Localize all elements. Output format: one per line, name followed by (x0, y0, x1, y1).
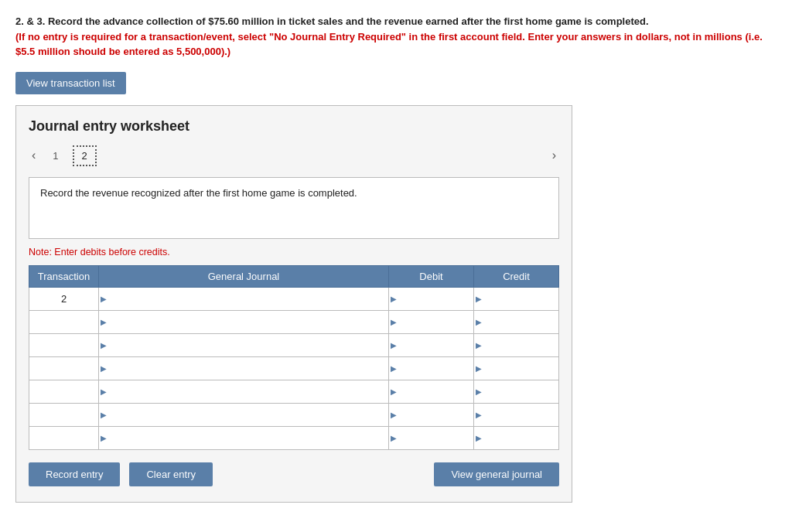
debit-cell[interactable] (389, 426, 474, 449)
credit-cell[interactable] (474, 356, 559, 380)
view-transaction-button[interactable]: View transaction list (15, 72, 126, 94)
worksheet-container: Journal entry worksheet ‹ 1 2 › Record t… (15, 105, 572, 503)
debit-cell[interactable] (389, 380, 474, 403)
transaction-description: Record the revenue recognized after the … (29, 177, 559, 239)
instruction-line2: (If no entry is required for a transacti… (15, 31, 763, 58)
transaction-cell[interactable] (29, 403, 99, 426)
tab-arrow-right[interactable]: › (549, 147, 559, 164)
worksheet-title: Journal entry worksheet (29, 118, 559, 135)
journal-cell[interactable] (99, 333, 389, 356)
debit-cell[interactable] (389, 310, 474, 333)
record-entry-button[interactable]: Record entry (29, 462, 120, 486)
credit-cell[interactable] (474, 333, 559, 356)
debit-cell[interactable] (389, 287, 474, 310)
tab-2[interactable]: 2 (73, 145, 97, 166)
journal-cell[interactable] (99, 287, 389, 310)
debit-credit-note: Note: Enter debits before credits. (29, 247, 559, 257)
transaction-cell[interactable] (29, 310, 99, 333)
transaction-cell[interactable] (29, 356, 99, 380)
col-transaction: Transaction (29, 265, 99, 287)
credit-cell[interactable] (474, 426, 559, 449)
tab-arrow-left[interactable]: ‹ (29, 147, 39, 164)
tab-navigation: ‹ 1 2 › (29, 145, 559, 166)
credit-cell[interactable] (474, 310, 559, 333)
instructions: 2. & 3. Record the advance collection of… (15, 14, 773, 60)
debit-cell[interactable] (389, 403, 474, 426)
table-row (29, 426, 559, 449)
journal-cell[interactable] (99, 380, 389, 403)
journal-table: Transaction General Journal Debit Credit… (29, 265, 559, 450)
table-row (29, 356, 559, 380)
table-row: 2 (29, 287, 559, 310)
transaction-cell[interactable] (29, 333, 99, 356)
view-general-journal-button[interactable]: View general journal (434, 462, 559, 486)
table-row (29, 333, 559, 356)
transaction-cell[interactable] (29, 380, 99, 403)
action-buttons-row: Record entry Clear entry View general jo… (29, 462, 559, 486)
debit-cell[interactable] (389, 333, 474, 356)
table-row (29, 403, 559, 426)
journal-cell[interactable] (99, 310, 389, 333)
col-general-journal: General Journal (99, 265, 389, 287)
instruction-line1: 2. & 3. Record the advance collection of… (15, 15, 649, 27)
credit-cell[interactable] (474, 403, 559, 426)
credit-cell[interactable] (474, 380, 559, 403)
table-row (29, 380, 559, 403)
journal-cell[interactable] (99, 403, 389, 426)
journal-cell[interactable] (99, 356, 389, 380)
tab-1[interactable]: 1 (45, 147, 66, 165)
transaction-cell[interactable] (29, 426, 99, 449)
col-credit: Credit (474, 265, 559, 287)
credit-cell[interactable] (474, 287, 559, 310)
journal-cell[interactable] (99, 426, 389, 449)
transaction-cell[interactable]: 2 (29, 287, 99, 310)
debit-cell[interactable] (389, 356, 474, 380)
col-debit: Debit (389, 265, 474, 287)
table-row (29, 310, 559, 333)
clear-entry-button[interactable]: Clear entry (129, 462, 213, 486)
